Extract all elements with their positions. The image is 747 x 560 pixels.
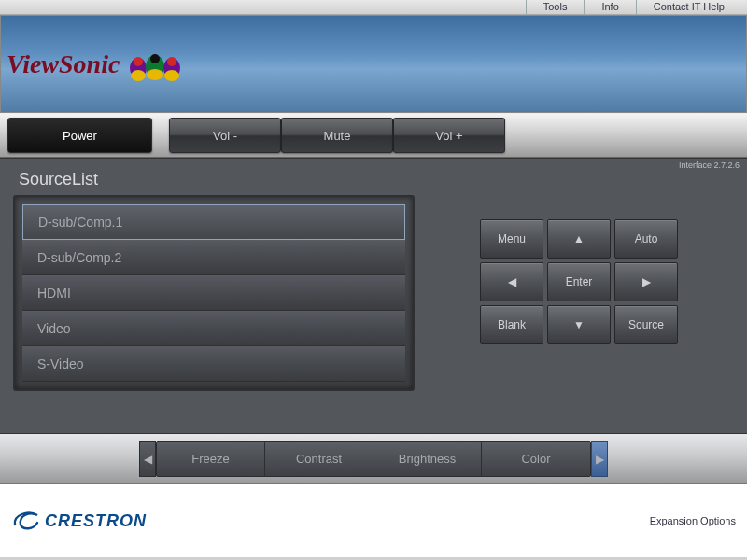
swirl-icon: [11, 508, 43, 534]
footer: CRESTRON Expansion Options: [0, 484, 747, 557]
nav-right-button[interactable]: ▶: [614, 262, 678, 301]
source-item-dsub2[interactable]: D-sub/Comp.2: [22, 240, 405, 275]
svg-point-2: [131, 70, 146, 81]
carousel-item-contrast[interactable]: Contrast: [265, 442, 374, 476]
expansion-options-link[interactable]: Expansion Options: [650, 515, 736, 526]
vendor-text: CRESTRON: [45, 511, 147, 531]
blank-button[interactable]: Blank: [480, 305, 543, 344]
vol-up-button[interactable]: Vol +: [393, 118, 505, 153]
carousel-item-brightness[interactable]: Brightness: [374, 442, 482, 476]
source-item-video[interactable]: Video: [22, 311, 405, 346]
carousel: Freeze Contrast Brightness Color: [156, 441, 591, 477]
svg-point-4: [150, 54, 160, 63]
top-menu-contact[interactable]: Contact IT Help: [636, 0, 741, 14]
nav-down-button[interactable]: ▼: [547, 305, 611, 344]
birds-icon: [121, 40, 187, 89]
source-button[interactable]: Source: [614, 305, 678, 344]
main-panel: Interface 2.7.2.6 SourceList D-sub/Comp.…: [0, 158, 747, 434]
carousel-item-color[interactable]: Color: [482, 442, 590, 476]
top-menu-tools[interactable]: Tools: [526, 0, 585, 14]
triangle-left-icon: ◀: [144, 453, 152, 466]
triangle-right-icon: ▶: [642, 275, 651, 288]
carousel-next-button[interactable]: ▶: [591, 441, 608, 477]
carousel-row: ◀ Freeze Contrast Brightness Color ▶: [0, 434, 747, 484]
svg-point-1: [134, 57, 143, 66]
source-item-hdmi[interactable]: HDMI: [22, 275, 405, 311]
source-item-dsub1[interactable]: D-sub/Comp.1: [22, 204, 405, 240]
carousel-item-freeze[interactable]: Freeze: [157, 442, 265, 476]
volume-group: Vol - Mute Vol +: [169, 118, 505, 153]
brand-text: ViewSonic: [7, 49, 120, 79]
mute-button[interactable]: Mute: [281, 118, 393, 153]
power-button[interactable]: Power: [7, 118, 152, 153]
triangle-up-icon: ▲: [573, 232, 585, 245]
svg-point-8: [164, 70, 179, 81]
triangle-right-icon: ▶: [596, 453, 604, 466]
carousel-prev-button[interactable]: ◀: [139, 441, 156, 477]
top-menu-info[interactable]: Info: [584, 0, 635, 14]
triangle-down-icon: ▼: [573, 318, 585, 331]
crestron-logo: CRESTRON: [11, 508, 147, 534]
enter-button[interactable]: Enter: [547, 262, 611, 301]
nav-pad: Menu ▲ Auto ◀ Enter ▶ Blank ▼ Source: [480, 219, 678, 391]
nav-up-button[interactable]: ▲: [547, 219, 611, 259]
top-menu-bar: Tools Info Contact IT Help: [0, 0, 747, 15]
source-list-title: SourceList: [19, 170, 734, 189]
triangle-left-icon: ◀: [508, 275, 516, 288]
nav-left-button[interactable]: ◀: [480, 262, 543, 301]
interface-version-label: Interface 2.7.2.6: [679, 161, 740, 170]
menu-button[interactable]: Menu: [480, 219, 543, 259]
vol-down-button[interactable]: Vol -: [169, 118, 281, 153]
main-toolbar: Power Vol - Mute Vol +: [0, 113, 747, 158]
source-item-svideo[interactable]: S-Video: [22, 346, 405, 382]
header-banner: ViewSonic: [0, 15, 747, 113]
auto-button[interactable]: Auto: [614, 219, 678, 259]
svg-point-7: [167, 57, 176, 66]
viewsonic-logo: ViewSonic: [7, 40, 187, 89]
source-list-panel: D-sub/Comp.1 D-sub/Comp.2 HDMI Video S-V…: [13, 195, 415, 391]
svg-point-5: [147, 69, 163, 80]
